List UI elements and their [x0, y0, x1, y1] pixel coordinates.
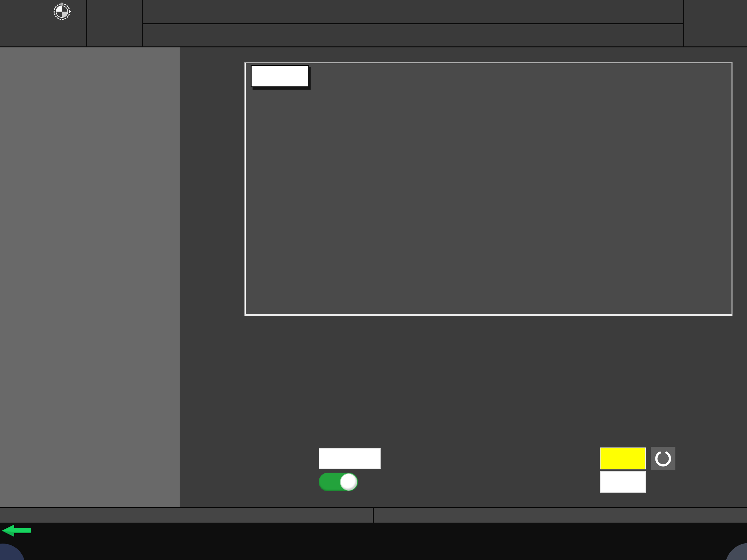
ref-position-icon: [53, 3, 71, 21]
closed-loop-toggle[interactable]: [319, 473, 358, 491]
clock: [684, 0, 747, 47]
top-bar: [0, 0, 747, 47]
refresh-button[interactable]: [651, 447, 675, 470]
ref-indicator: [46, 3, 78, 23]
softkey-bar: [0, 523, 747, 560]
back-arrow-icon[interactable]: [2, 525, 32, 539]
status-divider: [373, 508, 374, 523]
max-error-input[interactable]: [319, 448, 381, 469]
refresh-icon: [654, 449, 672, 468]
legend-xy-line: [258, 75, 273, 77]
error-chart-plot-area: [244, 62, 732, 316]
header-divider: [143, 23, 683, 24]
sidebar: [0, 47, 180, 507]
toggle-knob: [341, 474, 357, 490]
hmi-screen: [0, 0, 747, 560]
notch-filter-value[interactable]: [600, 448, 646, 470]
machine-status: [87, 0, 142, 47]
chart-legend: [251, 65, 309, 87]
model-value-input[interactable]: [600, 471, 646, 492]
channel-status-bar: [0, 507, 747, 523]
tuning-error-chart: [246, 63, 731, 314]
legend-xz-line: [282, 75, 297, 77]
